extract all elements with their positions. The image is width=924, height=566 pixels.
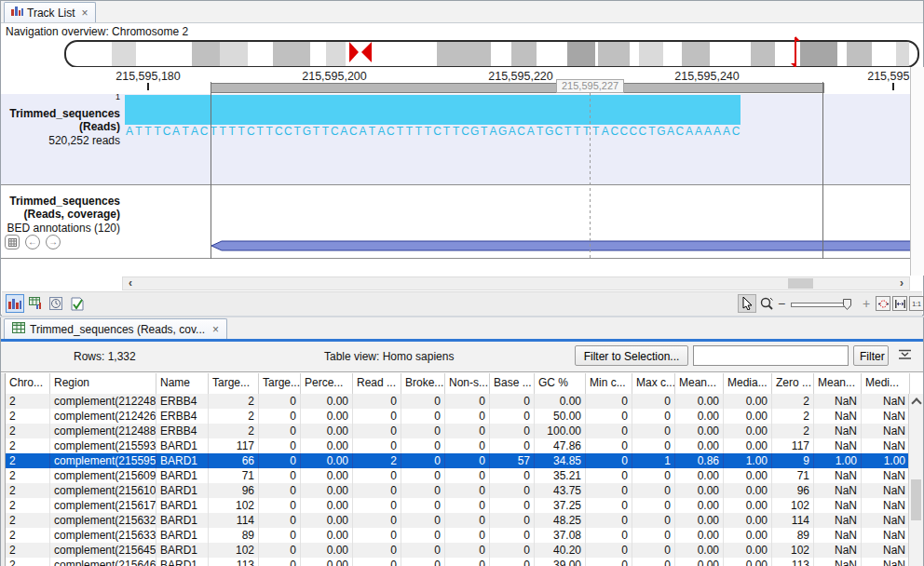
- column-header[interactable]: Region: [50, 373, 156, 394]
- next-annotation-icon[interactable]: →: [46, 235, 61, 249]
- coordinate-ruler[interactable]: 215,595,180215,595,200215,595,220215,595…: [1, 67, 924, 94]
- close-icon[interactable]: ×: [82, 7, 88, 20]
- vertical-scroll-thumb[interactable]: [911, 479, 921, 520]
- column-header[interactable]: Min c...: [586, 373, 632, 394]
- table-row[interactable]: 2complement(215646...BARD111300.00000039…: [6, 558, 910, 566]
- filter-input[interactable]: [693, 345, 849, 366]
- table-cell: NaN: [862, 513, 910, 528]
- column-header[interactable]: Medi...: [862, 373, 910, 394]
- table-cell: BARD1: [156, 468, 209, 483]
- zoom-slider-thumb[interactable]: [843, 299, 851, 310]
- one-to-one-zoom-button[interactable]: 1:1: [909, 296, 924, 311]
- advanced-filter-icon[interactable]: [898, 349, 912, 363]
- column-header[interactable]: Max c...: [632, 373, 675, 394]
- table-row[interactable]: 2complement(215633...BARD18900.00000037.…: [6, 528, 910, 543]
- table-row[interactable]: 2complement(215593...BARD111700.00000047…: [6, 438, 910, 453]
- table-cell: 117: [209, 438, 259, 453]
- annotation-table-icon[interactable]: [5, 235, 20, 249]
- table-cell: BARD1: [156, 483, 209, 498]
- pointer-tool-button[interactable]: [738, 294, 756, 313]
- column-header[interactable]: GC %: [535, 373, 586, 394]
- table-cell: 2: [6, 424, 50, 438]
- table-cell: complement(215633...: [50, 528, 156, 543]
- tab-track-list[interactable]: Track List ×: [4, 2, 96, 22]
- bed-annotation-bar[interactable]: [211, 240, 913, 251]
- scroll-left-icon[interactable]: ‹: [129, 277, 132, 290]
- table-cell: 0: [490, 394, 535, 409]
- table-row[interactable]: 2complement(215609...BARD17100.00000035.…: [6, 468, 910, 483]
- fit-width-button[interactable]: [892, 296, 907, 311]
- sequence-base: T: [536, 125, 545, 139]
- graphical-view-button[interactable]: [6, 294, 24, 313]
- table-cell: NaN: [814, 409, 862, 424]
- report-button[interactable]: [68, 294, 87, 313]
- column-header[interactable]: Non-s...: [445, 373, 490, 394]
- tab-label: Track List: [27, 7, 75, 20]
- table-cell: 0.86: [675, 453, 724, 468]
- previous-annotation-icon[interactable]: ←: [25, 235, 40, 249]
- read-coverage-bar[interactable]: [125, 95, 741, 125]
- table-row[interactable]: 2complement(212426...ERBB4200.00000050.0…: [6, 409, 910, 424]
- column-header[interactable]: Base ...: [490, 373, 535, 394]
- table-row[interactable]: 2complement(212248...ERBB4200.0000000.00…: [6, 394, 910, 409]
- column-header[interactable]: Mean...: [675, 373, 724, 394]
- horizontal-scroll-thumb[interactable]: [788, 278, 813, 289]
- zoom-to-selection-button[interactable]: [876, 296, 890, 311]
- close-icon[interactable]: ×: [212, 323, 219, 336]
- sequence-base: T: [564, 125, 573, 139]
- filter-to-selection-button[interactable]: Filter to Selection...: [575, 345, 688, 366]
- column-header[interactable]: Broke...: [401, 373, 445, 394]
- table-vertical-scrollbar[interactable]: [908, 394, 923, 566]
- scroll-right-icon[interactable]: ›: [900, 277, 904, 290]
- table-cell: 0: [490, 528, 535, 543]
- sequence-base: T: [320, 125, 330, 139]
- table-row[interactable]: 2complement(215632...BARD111400.00000048…: [6, 513, 910, 528]
- sequence-base: C: [348, 125, 358, 139]
- chromosome-ideogram[interactable]: [64, 40, 919, 68]
- coverage-track-title: Trimmed_sequences: [1, 195, 120, 208]
- chromosome-band: [192, 42, 220, 66]
- sequence-base: G: [657, 125, 666, 139]
- sequence-base: T: [181, 125, 190, 139]
- column-header[interactable]: Chro...: [6, 373, 50, 394]
- vertical-scroll-gutter[interactable]: [910, 67, 924, 276]
- coverage-track[interactable]: Trimmed_sequences (Reads, coverage) BED …: [1, 185, 924, 259]
- sequence-base: A: [508, 125, 517, 139]
- column-header[interactable]: Perce...: [301, 373, 353, 394]
- sequence-base: C: [274, 125, 283, 139]
- table-view-label: Table view: Homo sapiens: [324, 350, 454, 363]
- column-header[interactable]: Mean...: [814, 373, 862, 394]
- table-cell: 2: [772, 409, 814, 424]
- table-view-button[interactable]: [26, 294, 45, 313]
- track-panel-toolbar: − + 1:1: [2, 291, 922, 317]
- table-toolbar: Rows: 1,332 Table view: Homo sapiens Fil…: [1, 342, 923, 372]
- table-cell: BARD1: [156, 528, 209, 543]
- column-header[interactable]: Media...: [724, 373, 772, 394]
- table-cell: 0.00: [675, 468, 724, 483]
- filter-button[interactable]: Filter: [853, 345, 889, 366]
- column-header[interactable]: Read ...: [353, 373, 401, 394]
- table-row[interactable]: 2complement(212488...ERBB4200.000000100.…: [6, 424, 910, 438]
- zoom-in-icon[interactable]: +: [857, 294, 876, 313]
- column-header[interactable]: Zero ...: [772, 373, 814, 394]
- reads-track[interactable]: 1 Trimmed_sequences (Reads) 520,252 read…: [1, 94, 924, 185]
- table-cell: 50.00: [535, 409, 586, 424]
- table-row[interactable]: 2complement(215610...BARD19600.00000043.…: [6, 483, 910, 498]
- table-cell: NaN: [814, 468, 862, 483]
- table-cell: 57: [490, 453, 535, 468]
- horizontal-scrollbar[interactable]: ‹ ›: [122, 276, 910, 290]
- zoom-slider[interactable]: [791, 303, 850, 307]
- table-cell: 0: [490, 409, 535, 424]
- scroll-up-icon[interactable]: [909, 394, 923, 409]
- column-header[interactable]: Name: [156, 373, 209, 394]
- zoom-out-icon[interactable]: −: [772, 294, 791, 313]
- table-cell: 0: [445, 453, 490, 468]
- table-row[interactable]: 2complement(215645...BARD110200.00000040…: [6, 543, 910, 558]
- column-header[interactable]: Targe...: [209, 373, 259, 394]
- column-header[interactable]: Targe...: [259, 373, 301, 394]
- tab-table-view[interactable]: Trimmed_sequences (Reads, cov... ×: [4, 318, 227, 339]
- history-button[interactable]: [47, 294, 65, 313]
- table-row[interactable]: 2complement(215617...BARD110200.00000037…: [6, 498, 910, 513]
- table-row[interactable]: 2complement(215595...BARD16600.002005734…: [6, 453, 910, 468]
- selection-range-bar[interactable]: [211, 83, 824, 93]
